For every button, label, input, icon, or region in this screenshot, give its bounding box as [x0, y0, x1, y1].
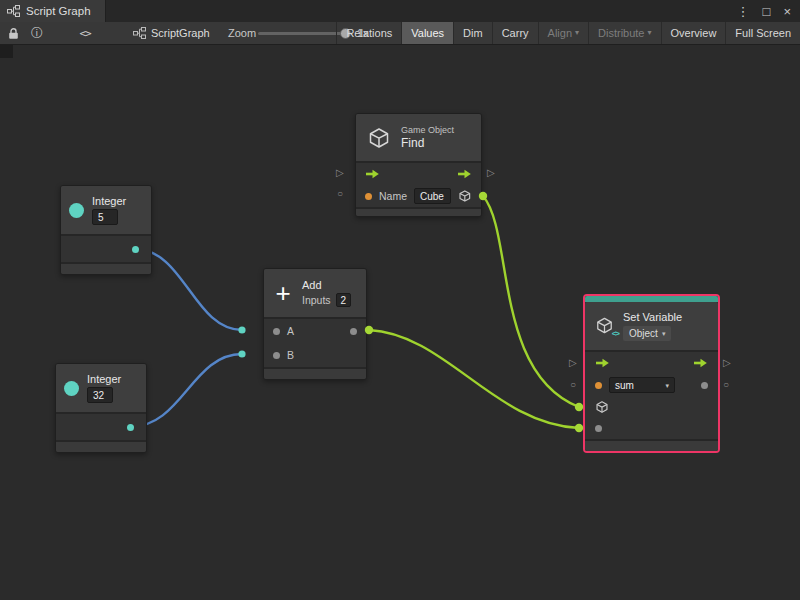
string-input-port-dot[interactable]: [595, 382, 602, 389]
node-integer-32[interactable]: Integer 32: [55, 363, 147, 453]
graph-toolbar: ⓘ <> ScriptGraph Zoom 1x: [0, 22, 800, 45]
window-controls: ⋮ □ ×: [737, 0, 800, 22]
node-footer: [61, 262, 151, 274]
node-title: Integer: [87, 373, 121, 385]
flow-port-row: [356, 163, 481, 185]
integer-icon: [69, 203, 84, 218]
kebab-menu-icon[interactable]: ⋮: [737, 4, 750, 19]
port-triangle-icon[interactable]: ▷: [723, 358, 731, 368]
port-circle-icon[interactable]: ○: [723, 380, 729, 390]
overview-button[interactable]: Overview: [661, 22, 726, 44]
caret-down-icon: ▾: [648, 29, 652, 37]
node-title: Integer: [92, 195, 126, 207]
node-body: [56, 412, 146, 440]
caret-down-icon: ▾: [575, 29, 579, 37]
node-header[interactable]: + Add Inputs 2: [264, 269, 366, 317]
graph-name-breadcrumb[interactable]: ScriptGraph: [133, 22, 210, 44]
variable-code-icon: <>: [612, 330, 619, 338]
port-label: B: [287, 349, 294, 361]
plus-icon: +: [272, 282, 294, 304]
variable-scope-dropdown[interactable]: Object ▾: [623, 326, 671, 341]
node-header[interactable]: Integer 5: [61, 186, 151, 234]
value-input-row: [585, 417, 718, 439]
integer-value-field[interactable]: 32: [87, 387, 113, 403]
node-body: Name Cube: [356, 161, 481, 207]
lock-button[interactable]: [3, 22, 23, 44]
inputs-count-field[interactable]: 2: [336, 293, 352, 307]
node-set-variable-selected[interactable]: <> Set Variable Object ▾: [583, 294, 720, 453]
integer-icon: [64, 381, 79, 396]
port-circle-icon[interactable]: ○: [570, 380, 576, 390]
integer-value-field[interactable]: 5: [92, 209, 118, 225]
input-port-dot[interactable]: [273, 328, 280, 335]
node-body: A B: [264, 317, 366, 367]
node-gameobject-find[interactable]: Game Object Find Name Cube: [355, 113, 482, 217]
port-triangle-icon[interactable]: ▷: [336, 168, 344, 178]
node-body: sum ▾: [585, 350, 718, 439]
variable-name-row: sum ▾: [585, 374, 718, 396]
titlebar: Script Graph ⋮ □ ×: [0, 0, 800, 22]
lock-icon: [8, 27, 19, 40]
info-icon: ⓘ: [31, 25, 43, 42]
maximize-icon[interactable]: □: [763, 4, 771, 19]
port-triangle-icon[interactable]: ▷: [569, 358, 577, 368]
name-label: Name: [379, 190, 407, 202]
tab-script-graph[interactable]: Script Graph: [0, 0, 106, 22]
flow-out-arrow-icon[interactable]: [693, 358, 708, 368]
flow-in-arrow-icon[interactable]: [595, 358, 610, 368]
align-button[interactable]: Align ▾: [538, 22, 588, 44]
graph-name-label: ScriptGraph: [151, 27, 210, 39]
port-row-b: B: [264, 343, 366, 367]
output-port-dot[interactable]: [132, 246, 139, 253]
fullscreen-button[interactable]: Full Screen: [725, 22, 800, 44]
node-set-variable[interactable]: <> Set Variable Object ▾: [585, 296, 718, 451]
node-title: Set Variable: [623, 311, 682, 323]
flow-out-arrow-icon[interactable]: [457, 169, 472, 179]
port-circle-icon[interactable]: ○: [337, 189, 343, 199]
flow-port-row: [585, 352, 718, 374]
gameobject-input-cube-icon[interactable]: [595, 400, 609, 414]
name-value-field[interactable]: Cube: [414, 188, 451, 204]
node-footer: [585, 439, 718, 451]
panel-corner: [0, 45, 13, 58]
inputs-label: Inputs: [302, 294, 331, 306]
string-input-port-dot[interactable]: [365, 193, 372, 200]
node-header[interactable]: Game Object Find: [356, 114, 481, 161]
input-port-dot[interactable]: [273, 352, 280, 359]
node-add[interactable]: + Add Inputs 2 A B: [263, 268, 367, 380]
dim-button[interactable]: Dim: [453, 22, 492, 44]
port-triangle-icon[interactable]: ▷: [487, 168, 495, 178]
gameobject-output-cube-icon[interactable]: [458, 189, 472, 203]
output-port-dot[interactable]: [350, 328, 357, 335]
value-output-port-dot[interactable]: [701, 382, 708, 389]
node-header[interactable]: <> Set Variable Object ▾: [585, 302, 718, 350]
close-icon[interactable]: ×: [783, 4, 791, 19]
object-port-row: [585, 396, 718, 417]
port-label: A: [287, 325, 294, 337]
value-input-port-dot[interactable]: [595, 425, 602, 432]
graph-icon: [7, 5, 20, 17]
node-category: Game Object: [401, 125, 454, 135]
variable-cube-icon: <>: [595, 316, 615, 336]
node-header[interactable]: Integer 32: [56, 364, 146, 412]
tab-title: Script Graph: [26, 5, 91, 17]
toolbar-button-group: Relations Values Dim Carry Align ▾ Distr…: [336, 22, 800, 44]
output-port-dot[interactable]: [127, 424, 134, 431]
info-button[interactable]: ⓘ: [27, 22, 47, 44]
node-integer-5[interactable]: Integer 5: [60, 185, 152, 275]
distribute-button[interactable]: Distribute ▾: [588, 22, 660, 44]
values-button[interactable]: Values: [401, 22, 453, 44]
node-title: Find: [401, 136, 454, 150]
node-title: Add: [302, 279, 351, 291]
carry-button[interactable]: Carry: [492, 22, 538, 44]
node-body: [61, 234, 151, 262]
variable-name-dropdown[interactable]: sum ▾: [609, 377, 675, 393]
zoom-label: Zoom: [228, 22, 256, 44]
relations-button[interactable]: Relations: [336, 22, 401, 44]
caret-down-icon: ▾: [662, 330, 666, 337]
node-footer: [356, 207, 481, 216]
code-view-button[interactable]: <>: [74, 22, 96, 44]
code-icon: <>: [79, 27, 90, 40]
flow-in-arrow-icon[interactable]: [365, 169, 380, 179]
node-footer: [56, 440, 146, 452]
